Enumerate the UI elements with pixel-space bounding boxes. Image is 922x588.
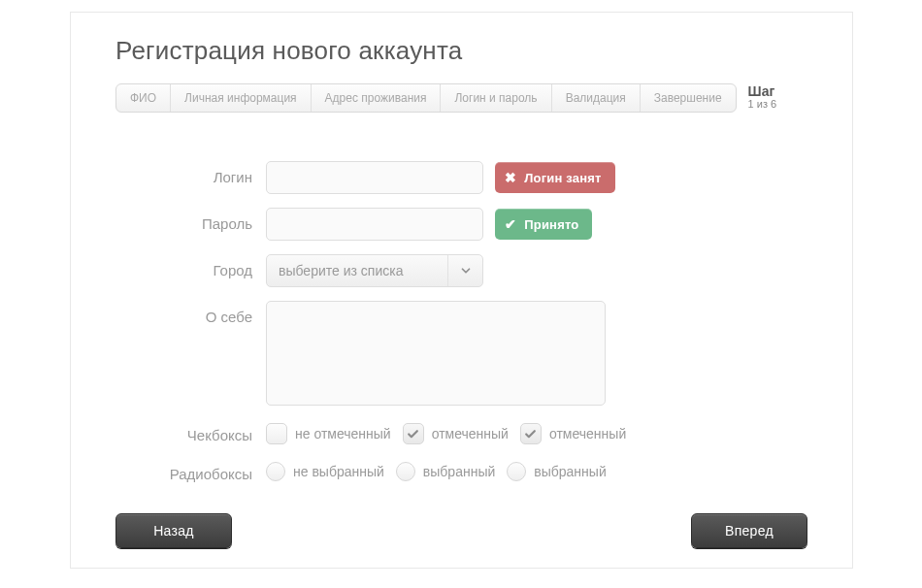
step-validate[interactable]: Валидация	[552, 84, 641, 112]
radio-item[interactable]: не выбранный	[266, 462, 384, 481]
radio-icon	[396, 462, 415, 481]
step-counter-label: Шаг	[748, 84, 777, 98]
checkbox-icon	[520, 423, 542, 444]
checkboxes-label: Чекбоксы	[115, 419, 266, 443]
next-button[interactable]: Вперед	[691, 513, 807, 548]
checkbox-icon	[266, 423, 287, 444]
step-counter-progress: 1 из 6	[748, 98, 777, 111]
radio-icon	[507, 462, 526, 481]
chevron-down-icon	[447, 255, 482, 286]
page-title: Регистрация нового аккаунта	[115, 36, 807, 66]
step-personal[interactable]: Личная информация	[171, 84, 312, 112]
checkbox-item[interactable]: отмеченный	[403, 423, 509, 444]
login-input[interactable]	[266, 161, 483, 194]
radio-item[interactable]: выбранный	[396, 462, 495, 481]
checkbox-label: отмеченный	[432, 426, 509, 441]
password-status-badge: ✔ Принято	[495, 209, 592, 240]
password-status-text: Принято	[524, 217, 578, 232]
city-label: Город	[115, 254, 266, 278]
step-finish[interactable]: Завершение	[641, 84, 736, 112]
step-fio[interactable]: ФИО	[116, 84, 171, 112]
city-select[interactable]: выберите из списка	[266, 254, 483, 287]
password-label: Пароль	[115, 208, 266, 232]
city-select-placeholder: выберите из списка	[279, 263, 403, 278]
about-textarea[interactable]	[266, 301, 606, 406]
radio-label: не выбранный	[293, 464, 384, 479]
radios-label: Радиобоксы	[115, 458, 266, 482]
login-label: Логин	[115, 161, 266, 185]
back-button[interactable]: Назад	[115, 513, 232, 548]
radio-label: выбранный	[534, 464, 606, 479]
login-status-badge: ✖ Логин занят	[495, 162, 615, 193]
radio-icon	[266, 462, 285, 481]
checkbox-item[interactable]: не отмеченный	[266, 423, 391, 444]
login-status-text: Логин занят	[524, 171, 601, 185]
checkbox-label: не отмеченный	[295, 426, 391, 441]
radio-label: выбранный	[423, 464, 495, 479]
password-input[interactable]	[266, 208, 483, 241]
check-icon: ✔	[505, 216, 516, 232]
step-login[interactable]: Логин и пароль	[441, 84, 551, 112]
close-icon: ✖	[505, 170, 516, 185]
radio-item[interactable]: выбранный	[507, 462, 606, 481]
step-counter: Шаг 1 из 6	[748, 84, 777, 111]
about-label: О себе	[115, 301, 266, 325]
checkbox-icon	[403, 423, 424, 444]
wizard-steps: ФИО Личная информация Адрес проживания Л…	[115, 83, 737, 113]
step-address[interactable]: Адрес проживания	[312, 84, 442, 112]
checkbox-label: отмеченный	[549, 426, 626, 441]
checkbox-item[interactable]: отмеченный	[520, 423, 626, 444]
